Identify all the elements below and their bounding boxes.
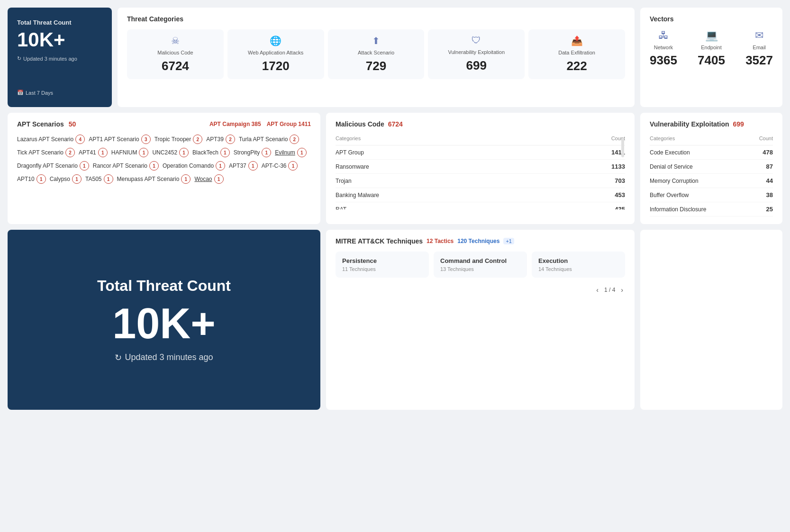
- category-name: Attack Scenario: [358, 49, 394, 56]
- apt-tag-name: Tick APT Scenario: [17, 149, 64, 156]
- calendar-icon: 📅: [17, 90, 24, 96]
- apt-tag-name: APT37: [229, 162, 246, 169]
- apt-tag-name: Operation Comando: [163, 162, 214, 169]
- row-category: Trojan: [336, 174, 555, 188]
- technique-name: Execution: [538, 257, 618, 264]
- table-row: Buffer Overflow 38: [650, 188, 773, 202]
- category-count: 222: [566, 59, 587, 73]
- vector-icon: 🖧: [658, 29, 669, 42]
- mitre-technique-item[interactable]: Command and Control 13 Techniques: [434, 252, 527, 278]
- total-threat-label: Total Threat Count: [17, 19, 102, 26]
- apt-tag[interactable]: BlackTech1: [192, 148, 230, 157]
- apt-tag-name: Dragonfly APT Scenario: [17, 162, 78, 169]
- row-category: Buffer Overflow: [650, 188, 749, 202]
- apt-tag-name: Evilnum: [275, 149, 295, 156]
- category-item[interactable]: ☠ Malicious Code 6724: [127, 29, 224, 79]
- apt-tag[interactable]: HAFNIUM1: [111, 148, 149, 157]
- apt-tag-badge: 2: [226, 135, 235, 144]
- apt-tag[interactable]: Tick APT Scenario2: [17, 148, 75, 157]
- apt-group-link[interactable]: APT Group 1411: [267, 121, 311, 127]
- mitre-technique-item[interactable]: Execution 14 Techniques: [532, 252, 625, 278]
- apt-tag[interactable]: APT-C-361: [262, 161, 298, 171]
- apt-tags: Lazarus APT Scenario4APT1 APT Scenario3T…: [17, 135, 311, 184]
- category-item[interactable]: 🛡 Vulnerability Exploitation 699: [428, 29, 525, 79]
- apt-tag[interactable]: Menupass APT Scenario1: [117, 174, 191, 184]
- apt-tag-name: StrongPity: [234, 149, 260, 156]
- apt-tag[interactable]: APT411: [79, 148, 108, 157]
- category-item[interactable]: 📤 Data Exfiltration 222: [528, 29, 625, 79]
- category-count: 1720: [262, 59, 290, 73]
- mitre-pagination: ‹ 1 / 4 ›: [336, 285, 625, 295]
- apt-tag[interactable]: Turla APT Scenario2: [239, 135, 299, 144]
- technique-count: 11 Techniques: [342, 266, 422, 272]
- vector-name: Endpoint: [701, 45, 721, 50]
- apt-tag-name: Menupass APT Scenario: [117, 176, 180, 182]
- date-range[interactable]: 📅 Last 7 Days: [17, 90, 102, 96]
- apt-tag[interactable]: APT392: [206, 135, 235, 144]
- mitre-techniques-grid: Persistence 11 Techniques Command and Co…: [336, 252, 625, 278]
- row-category: Code Execution: [650, 145, 749, 160]
- apt-tag-name: APT39: [206, 136, 224, 143]
- apt-tag[interactable]: Evilnum1: [275, 148, 307, 157]
- apt-tag[interactable]: Lazarus APT Scenario4: [17, 135, 85, 144]
- apt-tag[interactable]: Rancor APT Scenario1: [93, 161, 159, 171]
- threat-categories-title: Threat Categories: [127, 15, 625, 23]
- mitre-tactics-badge[interactable]: 12 Tactics: [427, 238, 454, 244]
- refresh-big-icon: ↻: [115, 352, 122, 363]
- apt-tag-name: TA505: [85, 176, 101, 182]
- table-row: APT Group 1411: [336, 145, 625, 160]
- row-count: 1411: [555, 145, 625, 160]
- category-icon: 🛡: [472, 35, 481, 46]
- row-count: 478: [749, 145, 773, 160]
- big-total-count: 10K+: [112, 302, 216, 345]
- mitre-techniques-badge[interactable]: 120 Techniques: [457, 238, 499, 244]
- row-category: Ransomware: [336, 160, 555, 174]
- row-count: 453: [555, 188, 625, 202]
- big-total-label: Total Threat Count: [97, 277, 231, 295]
- apt-tag[interactable]: APT371: [229, 161, 258, 171]
- category-icon: ⬆: [372, 35, 380, 46]
- mitre-extra-badge[interactable]: +1: [503, 238, 514, 244]
- vector-item[interactable]: ✉ Email 3527: [745, 29, 773, 68]
- apt-tag[interactable]: Operation Comando1: [163, 161, 225, 171]
- vector-count: 3527: [745, 53, 773, 68]
- apt-tag[interactable]: Dragonfly APT Scenario1: [17, 161, 89, 171]
- prev-page-button[interactable]: ‹: [594, 285, 600, 295]
- next-page-button[interactable]: ›: [619, 285, 625, 295]
- vuln-count: 699: [733, 120, 744, 128]
- technique-count: 14 Techniques: [538, 266, 618, 272]
- category-item[interactable]: 🌐 Web Application Attacks 1720: [227, 29, 324, 79]
- apt-tag[interactable]: Calypso1: [50, 174, 82, 184]
- vector-icon: ✉: [755, 29, 763, 42]
- apt-tag[interactable]: Tropic Trooper2: [154, 135, 203, 144]
- vuln-col-count: Count: [749, 134, 773, 145]
- apt-tag-badge: 1: [139, 148, 148, 157]
- apt-tag[interactable]: APT101: [17, 174, 46, 184]
- apt-tag[interactable]: TA5051: [85, 174, 113, 184]
- apt-tag-name: APT-C-36: [262, 162, 287, 169]
- apt-tag[interactable]: APT1 APT Scenario3: [89, 135, 151, 144]
- vector-item[interactable]: 💻 Endpoint 7405: [698, 29, 725, 68]
- apt-tag[interactable]: UNC24521: [152, 148, 189, 157]
- apt-tag-badge: 1: [179, 148, 189, 157]
- vectors-title: Vectors: [650, 15, 773, 23]
- categories-grid: ☠ Malicious Code 6724 🌐 Web Application …: [127, 29, 625, 79]
- apt-tag[interactable]: StrongPity1: [234, 148, 271, 157]
- apt-campaign-link[interactable]: APT Campaign 385: [209, 121, 261, 127]
- category-item[interactable]: ⬆ Attack Scenario 729: [328, 29, 425, 79]
- row-category: RAT: [336, 202, 555, 210]
- vuln-col-categories: Categories: [650, 134, 749, 145]
- row-count: 1133: [555, 160, 625, 174]
- bottom-right-placeholder: [640, 230, 782, 410]
- category-name: Data Exfiltration: [558, 49, 595, 56]
- apt-tag-badge: 3: [141, 135, 151, 144]
- mitre-technique-item[interactable]: Persistence 11 Techniques: [336, 252, 429, 278]
- total-threat-updated: ↻ Updated 3 minutes ago: [17, 55, 102, 62]
- row-count: 703: [555, 174, 625, 188]
- apt-scenarios-card: APT Scenarios 50 APT Campaign 385 APT Gr…: [8, 113, 320, 224]
- mitre-header: MITRE ATT&CK Techniques 12 Tactics 120 T…: [336, 237, 625, 245]
- middle-row: APT Scenarios 50 APT Campaign 385 APT Gr…: [8, 113, 782, 224]
- apt-tag-badge: 1: [288, 161, 298, 171]
- apt-tag[interactable]: Wocao1: [194, 174, 223, 184]
- vector-item[interactable]: 🖧 Network 9365: [650, 29, 677, 68]
